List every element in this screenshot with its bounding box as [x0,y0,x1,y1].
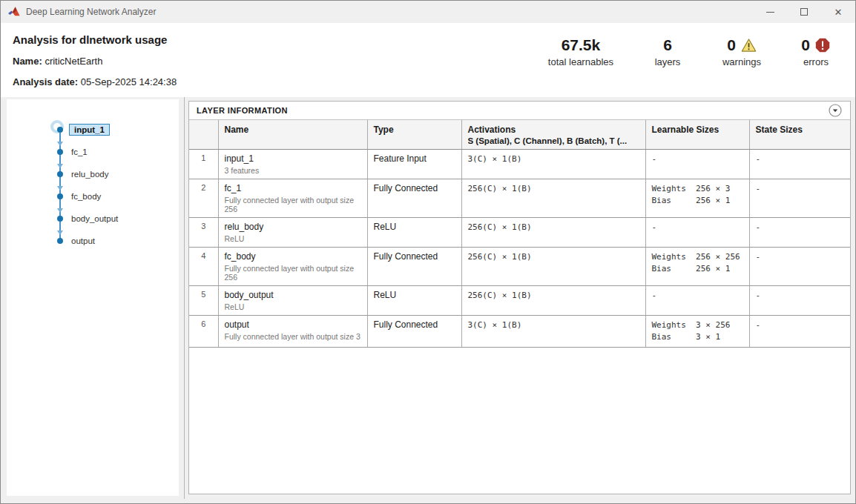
maximize-icon [800,8,808,16]
network-node[interactable]: fc_body [7,185,179,208]
stat-item: 0 warnings [722,36,762,67]
network-node[interactable]: output [7,230,179,252]
analysis-header: Analysis for dlnetwork usage Name: criti… [1,23,855,97]
edge-arrow-icon [57,164,63,168]
window-title: Deep Learning Network Analyzer [26,7,156,17]
stat-item: 67.5k total learnables [548,36,613,67]
node-dot-icon[interactable] [57,216,63,222]
layer-activations: 256(C) × 1(B) [461,248,645,286]
chevron-down-circle-icon [829,104,842,117]
page-title: Analysis for dlnetwork usage [13,33,548,46]
stat-label: layers [655,56,681,67]
layer-state-sizes: - [749,150,850,179]
minimize-button[interactable] [753,1,787,23]
stat-item: 0 errors [796,36,836,67]
layer-learnable-sizes: Weights 256 × 3 Bias 256 × 1 [645,179,749,218]
stat-value: 67.5k [562,36,601,54]
maximize-button[interactable] [787,1,821,23]
edge-arrow-icon [57,142,63,146]
node-label[interactable]: input_1 [69,124,110,136]
network-node[interactable]: fc_1 [7,141,179,163]
network-node[interactable]: relu_body [7,163,179,185]
layer-activations: 3(C) × 1(B) [461,316,645,348]
minimize-icon [766,12,774,13]
column-header[interactable]: Activations S (Spatial), C (Channel), B … [461,120,645,150]
column-header[interactable]: Name [218,120,367,150]
layer-type: Feature Input [367,150,461,179]
stat-label: errors [803,56,829,67]
node-label[interactable]: fc_1 [71,147,88,156]
layer-name: body_output [225,290,361,300]
panel-divider[interactable] [184,97,185,499]
node-dot-icon[interactable] [57,238,63,244]
layer-name: relu_body [225,222,361,232]
network-node-list: input_1 fc_1 relu_body fc_body body_outp… [7,119,179,252]
error-octagon-icon [815,38,831,53]
collapse-panel-button[interactable] [829,104,842,117]
column-header[interactable]: Type [367,120,461,150]
column-header-label: Learnable Sizes [652,125,743,135]
layer-description: Fully connected layer with output size 2… [225,264,361,282]
row-number: 3 [189,218,218,248]
analysis-date-line: Analysis date: 05-Sep-2025 14:24:38 [13,76,548,87]
close-button[interactable]: ✕ [821,1,855,23]
layer-table-row[interactable]: 3 relu_body ReLU ReLU 256(C) × 1(B) - - [189,218,850,248]
network-node[interactable]: body_output [7,208,179,230]
close-icon: ✕ [834,7,843,17]
network-name-value: criticNetEarth [45,56,102,67]
node-label[interactable]: output [71,236,95,245]
layer-table-row[interactable]: 4 fc_body Fully connected layer with out… [189,248,850,286]
warning-triangle-icon [741,38,757,53]
layer-state-sizes: - [749,218,850,248]
layer-type: ReLU [367,218,461,248]
layer-type: Fully Connected [367,316,461,348]
node-dot-icon[interactable] [57,193,63,199]
layer-table-row[interactable]: 2 fc_1 Fully connected layer with output… [189,179,850,218]
stat-label: total learnables [548,56,613,67]
layer-state-sizes: - [749,286,850,316]
node-dot-icon[interactable] [57,171,63,177]
layer-description: Fully connected layer with output size 2… [225,196,361,213]
column-header-label: Activations [468,125,639,135]
stat-label: warnings [722,56,761,67]
title-bar: Deep Learning Network Analyzer ✕ [1,1,855,23]
node-label[interactable]: relu_body [71,170,109,179]
layer-table-row[interactable]: 5 body_output ReLU ReLU 256(C) × 1(B) - … [189,286,850,316]
edge-arrow-icon [57,231,63,235]
stats-strip: 67.5k total learnables 6 layers 0 war [548,23,855,97]
node-dot-icon[interactable] [57,149,63,155]
column-header-label: Name [225,125,361,135]
node-label[interactable]: body_output [71,214,118,223]
column-header[interactable] [189,120,218,150]
node-dot-icon[interactable] [57,127,63,133]
layer-table-header-row: Name Type Activations S (Spatial), C (Ch… [189,120,850,150]
layer-learnable-sizes: Weights 3 × 256 Bias 3 × 1 [645,316,749,348]
layer-description: Fully connected layer with output size 3 [225,332,361,341]
network-node[interactable]: input_1 [7,119,179,141]
layer-table-body: 1 input_1 3 features Feature Input 3(C) … [189,150,850,348]
layer-table-row[interactable]: 1 input_1 3 features Feature Input 3(C) … [189,150,850,179]
layer-description: ReLU [225,302,361,311]
layer-state-sizes: - [749,248,850,286]
column-header[interactable]: Learnable Sizes [645,120,749,150]
network-name-label: Name: [13,56,42,67]
layer-table-row[interactable]: 6 output Fully connected layer with outp… [189,316,850,348]
layer-type: Fully Connected [367,179,461,218]
network-diagram-panel[interactable]: input_1 fc_1 relu_body fc_body body_outp… [7,99,179,496]
layer-description: ReLU [225,234,361,243]
layer-name: output [225,319,361,330]
layer-type: ReLU [367,286,461,316]
column-header-label: State Sizes [756,125,845,135]
edge-arrow-icon [57,208,63,213]
row-number: 6 [189,316,218,348]
column-header[interactable]: State Sizes [749,120,850,150]
node-label[interactable]: fc_body [71,192,101,201]
layer-state-sizes: - [749,316,850,348]
stat-item: 6 layers [648,36,688,67]
column-header-subtitle: S (Spatial), C (Channel), B (Batch), T (… [468,136,639,145]
layer-name: input_1 [225,153,361,164]
layer-learnable-sizes: - [645,150,749,179]
layer-learnable-sizes: Weights 256 × 256 Bias 256 × 1 [645,248,749,286]
app-window: Deep Learning Network Analyzer ✕ Analysi… [0,0,856,504]
layer-information-header: LAYER INFORMATION [189,102,850,120]
